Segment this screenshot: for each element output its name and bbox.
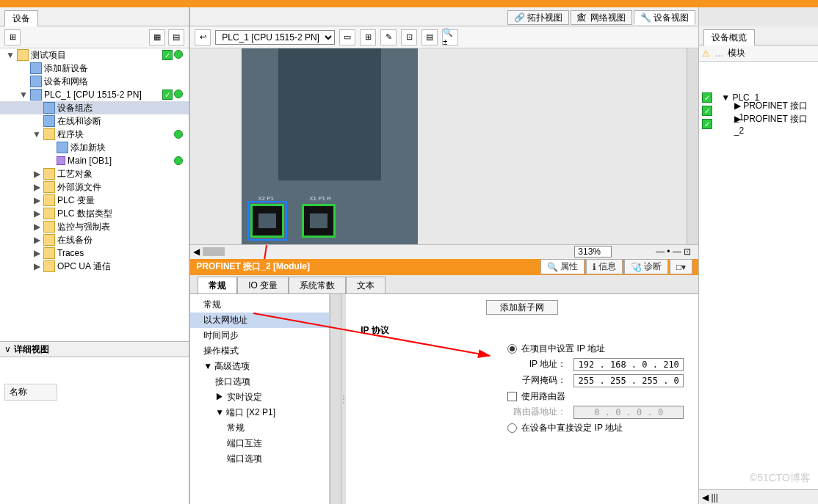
device-selector[interactable]: PLC_1 [CPU 1515-2 PN] bbox=[215, 30, 335, 45]
property-nav-item[interactable]: 时间同步 bbox=[190, 328, 329, 343]
tree-item[interactable]: 添加新设备 bbox=[0, 62, 189, 75]
view-tab[interactable]: 🔧设备视图 bbox=[634, 10, 695, 25]
plc-module[interactable]: X2 P1 X1 P1 R X1 P2 R bbox=[242, 48, 418, 259]
property-nav[interactable]: 常规以太网地址时间同步操作模式▼ 高级选项接口选项▶ 实时设定▼ 端口 [X2 … bbox=[190, 294, 330, 505]
port-x2-p1[interactable] bbox=[250, 204, 284, 238]
overview-tree[interactable]: ✓▼ PLC_1✓▶ PROFINET 接口_1✓▶ PROFINET 接口_2 bbox=[699, 62, 818, 489]
tree-tool-1[interactable]: ⊞ bbox=[4, 29, 21, 45]
subnet-mask-label: 子网掩码： bbox=[449, 374, 566, 387]
tree-item[interactable]: ▶在线备份 bbox=[0, 233, 189, 246]
tree-item[interactable]: 添加新块 bbox=[0, 141, 189, 154]
property-form: 添加新子网 IP 协议 在项目中设置 IP 地址 IP 地址： 192 . 16… bbox=[346, 294, 698, 505]
warning-icon: ⚠ bbox=[702, 48, 710, 59]
port-x1-p1-r[interactable] bbox=[302, 204, 336, 238]
tree-item[interactable]: ▶PLC 变量 bbox=[0, 194, 189, 207]
devices-tab[interactable]: 设备 bbox=[4, 10, 38, 26]
overview-col-module[interactable]: 模块 bbox=[728, 47, 745, 59]
radio-set-in-device[interactable] bbox=[507, 423, 517, 433]
property-tab[interactable]: 文本 bbox=[346, 277, 386, 293]
add-subnet-button[interactable]: 添加新子网 bbox=[486, 300, 558, 315]
use-router-checkbox[interactable] bbox=[507, 392, 517, 401]
property-nav-item[interactable]: 常规 bbox=[190, 420, 329, 436]
inspector-collapse[interactable]: □▾ bbox=[670, 259, 692, 274]
router-address-label: 路由器地址： bbox=[449, 406, 566, 418]
router-address-field: 0 . 0 . 0 . 0 bbox=[573, 406, 684, 419]
detail-view-header[interactable]: ∨详细视图 bbox=[0, 341, 189, 357]
device-overview-tab[interactable]: 设备概览 bbox=[703, 29, 755, 45]
inspector-tab[interactable]: 🔍属性 bbox=[540, 259, 584, 274]
property-tab[interactable]: 常规 bbox=[198, 277, 237, 293]
subnet-mask-field[interactable]: 255 . 255 . 255 . 0 bbox=[573, 374, 684, 387]
canvas-tool-zoom[interactable]: 🔍± bbox=[442, 29, 458, 45]
canvas-tool-c[interactable]: ✎ bbox=[380, 29, 397, 45]
canvas-tool-d[interactable]: ⊡ bbox=[401, 29, 417, 45]
property-nav-item[interactable]: 端口互连 bbox=[190, 436, 329, 451]
property-nav-item[interactable]: 端口选项 bbox=[190, 451, 329, 467]
tree-item[interactable]: ▼程序块 bbox=[0, 128, 189, 141]
inspector-tab[interactable]: 🩺诊断 bbox=[624, 259, 668, 274]
tree-tool-2[interactable]: ▤ bbox=[168, 29, 184, 45]
tree-item[interactable]: ▶工艺对象 bbox=[0, 167, 189, 180]
port-label-x2p1: X2 P1 bbox=[258, 195, 274, 202]
property-nav-item[interactable]: 常规 bbox=[190, 297, 329, 313]
inspector-title: PROFINET 接口_2 [Module] bbox=[196, 260, 310, 273]
property-nav-item[interactable]: 接口选项 bbox=[190, 374, 329, 390]
radio-set-in-project[interactable] bbox=[507, 344, 517, 354]
tree-item[interactable]: ▶Traces bbox=[0, 246, 189, 260]
tree-item[interactable]: ▼PLC_1 [CPU 1515-2 PN]✓ bbox=[0, 88, 189, 101]
property-nav-item[interactable]: 操作模式 bbox=[190, 343, 329, 359]
tree-item[interactable]: ▶监控与强制表 bbox=[0, 220, 189, 233]
canvas-scroll-h[interactable]: ◀ 313% — • — ⊡ bbox=[190, 244, 698, 259]
zoom-level[interactable]: 313% bbox=[574, 246, 612, 258]
tree-item[interactable]: ▶外部源文件 bbox=[0, 180, 189, 194]
watermark: ©51CTO博客 bbox=[750, 472, 811, 485]
overview-row[interactable]: ✓▶ PROFINET 接口_2 bbox=[699, 117, 818, 131]
canvas-tool-a[interactable]: ▭ bbox=[339, 29, 355, 45]
tree-item[interactable]: ▼测试项目✓ bbox=[0, 48, 189, 62]
inspector-tab[interactable]: ℹ信息 bbox=[586, 259, 623, 274]
project-tree[interactable]: ▼测试项目✓添加新设备设备和网络▼PLC_1 [CPU 1515-2 PN]✓设… bbox=[0, 48, 189, 341]
canvas-tool-e[interactable]: ▤ bbox=[421, 29, 438, 45]
view-tab[interactable]: 🔗拓扑视图 bbox=[507, 10, 569, 25]
detail-col-name[interactable]: 名称 bbox=[4, 384, 57, 401]
property-tab[interactable]: IO 变量 bbox=[237, 277, 289, 293]
property-nav-item[interactable]: ▼ 高级选项 bbox=[190, 359, 329, 374]
tree-item[interactable]: ▶PLC 数据类型 bbox=[0, 207, 189, 220]
device-overview-pane: 设备概览 ⚠ … 模块 ✓▼ PLC_1✓▶ PROFINET 接口_1✓▶ P… bbox=[698, 7, 818, 504]
canvas-tool-b[interactable]: ⊞ bbox=[360, 29, 376, 45]
tree-item[interactable]: 设备组态 bbox=[0, 101, 189, 114]
ip-address-label: IP 地址： bbox=[449, 358, 566, 370]
property-nav-item[interactable]: ▼ 端口 [X2 P1] bbox=[190, 405, 329, 420]
view-tab[interactable]: 🕸网络视图 bbox=[571, 10, 632, 25]
inspector-header: PROFINET 接口_2 [Module] 🔍属性ℹ信息🩺诊断□▾ bbox=[190, 259, 698, 275]
project-tree-pane: 设备 ⊞ ▦ ▤ ▼测试项目✓添加新设备设备和网络▼PLC_1 [CPU 151… bbox=[0, 7, 190, 504]
canvas-tool-back[interactable]: ↩ bbox=[195, 29, 211, 45]
property-nav-item[interactable]: ▶ 实时设定 bbox=[190, 390, 329, 405]
port-label-x1p1r: X1 P1 R bbox=[309, 195, 331, 202]
editor-pane: 🔗拓扑视图🕸网络视图🔧设备视图 ↩ PLC_1 [CPU 1515-2 PN] … bbox=[190, 7, 698, 504]
tree-item[interactable]: Main [OB1] bbox=[0, 154, 189, 167]
tree-item[interactable]: 设备和网络 bbox=[0, 75, 189, 88]
device-canvas[interactable]: X2 P1 X1 P1 R X1 P2 R bbox=[190, 48, 698, 259]
property-tab[interactable]: 系统常数 bbox=[289, 277, 346, 293]
property-nav-item[interactable]: 以太网地址 bbox=[190, 313, 329, 328]
tree-tool-list[interactable]: ▦ bbox=[149, 29, 165, 45]
ip-protocol-heading: IP 协议 bbox=[361, 324, 684, 337]
tree-item[interactable]: ▶OPC UA 通信 bbox=[0, 260, 189, 273]
ip-address-field[interactable]: 192 . 168 . 0 . 210 bbox=[573, 358, 684, 371]
overview-scroll-h[interactable]: ◀ ||| bbox=[699, 489, 818, 504]
canvas-scroll-v[interactable] bbox=[687, 48, 698, 244]
tree-item[interactable]: 在线和诊断 bbox=[0, 114, 189, 128]
detail-view: 名称 bbox=[0, 357, 189, 504]
